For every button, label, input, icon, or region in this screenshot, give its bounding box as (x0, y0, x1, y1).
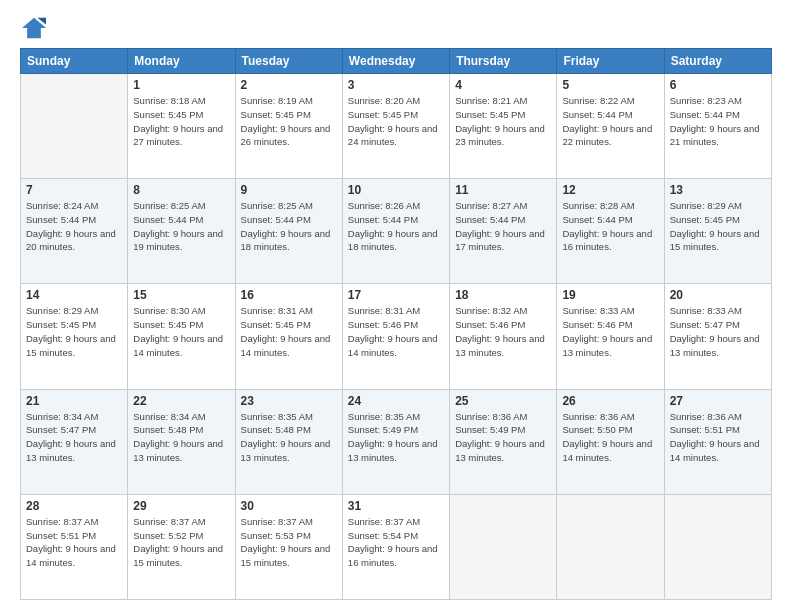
daylight-text: Daylight: 9 hours and 18 minutes. (348, 227, 444, 255)
calendar-cell (664, 494, 771, 599)
daylight-text: Daylight: 9 hours and 13 minutes. (348, 437, 444, 465)
sunrise-text: Sunrise: 8:37 AM (348, 515, 444, 529)
calendar-cell: 22Sunrise: 8:34 AMSunset: 5:48 PMDayligh… (128, 389, 235, 494)
day-detail: Sunrise: 8:31 AMSunset: 5:46 PMDaylight:… (348, 304, 444, 359)
calendar-cell: 14Sunrise: 8:29 AMSunset: 5:45 PMDayligh… (21, 284, 128, 389)
sunrise-text: Sunrise: 8:36 AM (562, 410, 658, 424)
daylight-text: Daylight: 9 hours and 15 minutes. (670, 227, 766, 255)
calendar-cell: 18Sunrise: 8:32 AMSunset: 5:46 PMDayligh… (450, 284, 557, 389)
daylight-text: Daylight: 9 hours and 14 minutes. (26, 542, 122, 570)
day-number: 5 (562, 78, 658, 92)
calendar-cell: 29Sunrise: 8:37 AMSunset: 5:52 PMDayligh… (128, 494, 235, 599)
calendar-cell: 26Sunrise: 8:36 AMSunset: 5:50 PMDayligh… (557, 389, 664, 494)
daylight-text: Daylight: 9 hours and 27 minutes. (133, 122, 229, 150)
day-detail: Sunrise: 8:27 AMSunset: 5:44 PMDaylight:… (455, 199, 551, 254)
calendar-cell: 2Sunrise: 8:19 AMSunset: 5:45 PMDaylight… (235, 74, 342, 179)
day-detail: Sunrise: 8:35 AMSunset: 5:48 PMDaylight:… (241, 410, 337, 465)
sunset-text: Sunset: 5:45 PM (670, 213, 766, 227)
calendar-table: SundayMondayTuesdayWednesdayThursdayFrid… (20, 48, 772, 600)
sunset-text: Sunset: 5:46 PM (562, 318, 658, 332)
daylight-text: Daylight: 9 hours and 14 minutes. (670, 437, 766, 465)
day-detail: Sunrise: 8:21 AMSunset: 5:45 PMDaylight:… (455, 94, 551, 149)
sunrise-text: Sunrise: 8:33 AM (562, 304, 658, 318)
sunset-text: Sunset: 5:49 PM (455, 423, 551, 437)
daylight-text: Daylight: 9 hours and 13 minutes. (562, 332, 658, 360)
day-number: 14 (26, 288, 122, 302)
col-header-thursday: Thursday (450, 49, 557, 74)
sunset-text: Sunset: 5:44 PM (455, 213, 551, 227)
day-number: 21 (26, 394, 122, 408)
sunset-text: Sunset: 5:47 PM (26, 423, 122, 437)
sunrise-text: Sunrise: 8:37 AM (241, 515, 337, 529)
sunrise-text: Sunrise: 8:37 AM (26, 515, 122, 529)
calendar-cell: 4Sunrise: 8:21 AMSunset: 5:45 PMDaylight… (450, 74, 557, 179)
calendar-cell: 21Sunrise: 8:34 AMSunset: 5:47 PMDayligh… (21, 389, 128, 494)
daylight-text: Daylight: 9 hours and 22 minutes. (562, 122, 658, 150)
sunset-text: Sunset: 5:44 PM (26, 213, 122, 227)
day-detail: Sunrise: 8:32 AMSunset: 5:46 PMDaylight:… (455, 304, 551, 359)
sunrise-text: Sunrise: 8:32 AM (455, 304, 551, 318)
sunset-text: Sunset: 5:44 PM (241, 213, 337, 227)
sunset-text: Sunset: 5:49 PM (348, 423, 444, 437)
sunrise-text: Sunrise: 8:23 AM (670, 94, 766, 108)
sunset-text: Sunset: 5:47 PM (670, 318, 766, 332)
day-number: 12 (562, 183, 658, 197)
day-detail: Sunrise: 8:33 AMSunset: 5:47 PMDaylight:… (670, 304, 766, 359)
calendar-cell: 31Sunrise: 8:37 AMSunset: 5:54 PMDayligh… (342, 494, 449, 599)
day-number: 13 (670, 183, 766, 197)
sunset-text: Sunset: 5:50 PM (562, 423, 658, 437)
daylight-text: Daylight: 9 hours and 13 minutes. (455, 437, 551, 465)
day-number: 18 (455, 288, 551, 302)
day-detail: Sunrise: 8:25 AMSunset: 5:44 PMDaylight:… (241, 199, 337, 254)
day-detail: Sunrise: 8:30 AMSunset: 5:45 PMDaylight:… (133, 304, 229, 359)
sunset-text: Sunset: 5:46 PM (455, 318, 551, 332)
daylight-text: Daylight: 9 hours and 15 minutes. (133, 542, 229, 570)
daylight-text: Daylight: 9 hours and 21 minutes. (670, 122, 766, 150)
col-header-tuesday: Tuesday (235, 49, 342, 74)
sunset-text: Sunset: 5:48 PM (241, 423, 337, 437)
sunrise-text: Sunrise: 8:31 AM (241, 304, 337, 318)
daylight-text: Daylight: 9 hours and 15 minutes. (241, 542, 337, 570)
sunrise-text: Sunrise: 8:29 AM (670, 199, 766, 213)
sunset-text: Sunset: 5:45 PM (133, 318, 229, 332)
day-number: 28 (26, 499, 122, 513)
daylight-text: Daylight: 9 hours and 13 minutes. (133, 437, 229, 465)
daylight-text: Daylight: 9 hours and 18 minutes. (241, 227, 337, 255)
daylight-text: Daylight: 9 hours and 19 minutes. (133, 227, 229, 255)
day-number: 26 (562, 394, 658, 408)
sunrise-text: Sunrise: 8:36 AM (455, 410, 551, 424)
sunrise-text: Sunrise: 8:35 AM (348, 410, 444, 424)
sunrise-text: Sunrise: 8:24 AM (26, 199, 122, 213)
calendar-cell: 7Sunrise: 8:24 AMSunset: 5:44 PMDaylight… (21, 179, 128, 284)
sunset-text: Sunset: 5:44 PM (133, 213, 229, 227)
day-detail: Sunrise: 8:34 AMSunset: 5:48 PMDaylight:… (133, 410, 229, 465)
calendar-cell: 20Sunrise: 8:33 AMSunset: 5:47 PMDayligh… (664, 284, 771, 389)
calendar-cell (21, 74, 128, 179)
daylight-text: Daylight: 9 hours and 16 minutes. (562, 227, 658, 255)
day-number: 17 (348, 288, 444, 302)
day-number: 4 (455, 78, 551, 92)
calendar-cell: 15Sunrise: 8:30 AMSunset: 5:45 PMDayligh… (128, 284, 235, 389)
day-number: 19 (562, 288, 658, 302)
day-detail: Sunrise: 8:37 AMSunset: 5:51 PMDaylight:… (26, 515, 122, 570)
calendar-cell: 3Sunrise: 8:20 AMSunset: 5:45 PMDaylight… (342, 74, 449, 179)
sunrise-text: Sunrise: 8:35 AM (241, 410, 337, 424)
calendar-cell: 28Sunrise: 8:37 AMSunset: 5:51 PMDayligh… (21, 494, 128, 599)
day-detail: Sunrise: 8:20 AMSunset: 5:45 PMDaylight:… (348, 94, 444, 149)
day-detail: Sunrise: 8:34 AMSunset: 5:47 PMDaylight:… (26, 410, 122, 465)
sunrise-text: Sunrise: 8:20 AM (348, 94, 444, 108)
sunrise-text: Sunrise: 8:21 AM (455, 94, 551, 108)
daylight-text: Daylight: 9 hours and 13 minutes. (670, 332, 766, 360)
sunset-text: Sunset: 5:45 PM (26, 318, 122, 332)
daylight-text: Daylight: 9 hours and 13 minutes. (26, 437, 122, 465)
day-number: 22 (133, 394, 229, 408)
daylight-text: Daylight: 9 hours and 14 minutes. (348, 332, 444, 360)
sunrise-text: Sunrise: 8:22 AM (562, 94, 658, 108)
day-number: 27 (670, 394, 766, 408)
calendar-cell: 23Sunrise: 8:35 AMSunset: 5:48 PMDayligh… (235, 389, 342, 494)
daylight-text: Daylight: 9 hours and 13 minutes. (241, 437, 337, 465)
day-detail: Sunrise: 8:29 AMSunset: 5:45 PMDaylight:… (670, 199, 766, 254)
daylight-text: Daylight: 9 hours and 16 minutes. (348, 542, 444, 570)
col-header-sunday: Sunday (21, 49, 128, 74)
calendar-cell: 19Sunrise: 8:33 AMSunset: 5:46 PMDayligh… (557, 284, 664, 389)
